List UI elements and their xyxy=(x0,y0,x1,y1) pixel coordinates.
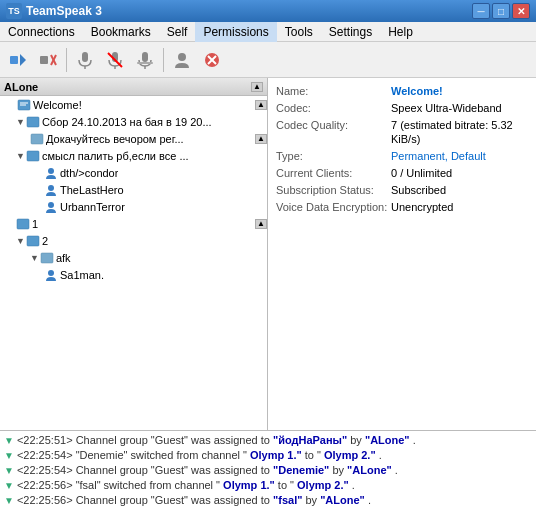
app-icon: TS xyxy=(6,3,22,19)
tree-label: Докачуйтесь вечором рег... xyxy=(46,133,184,145)
info-label-clients: Current Clients: xyxy=(276,166,391,180)
tree-label: TheLastHero xyxy=(60,184,124,196)
tree-label: смысл палить рб,если все ... xyxy=(42,150,189,162)
log-highlight: Olymp 1." xyxy=(223,479,275,491)
user-icon xyxy=(44,183,58,197)
log-to: to " xyxy=(278,479,294,491)
info-label-codec-quality: Codec Quality: xyxy=(276,118,391,146)
toolbar-mic-btn[interactable] xyxy=(71,46,99,74)
log-by: by xyxy=(305,494,320,506)
log-by-value: "ALone" xyxy=(320,494,365,506)
log-end: . xyxy=(368,494,371,506)
menu-help[interactable]: Help xyxy=(380,22,421,42)
menu-tools[interactable]: Tools xyxy=(277,22,321,42)
toolbar-mute-btn[interactable] xyxy=(101,46,129,74)
channel-arrow2[interactable]: ▲ xyxy=(255,134,267,144)
tree-item-channel5[interactable]: ▼ afk xyxy=(0,249,267,266)
log-area[interactable]: ▼ <22:25:51> Channel group "Guest" was a… xyxy=(0,430,536,506)
info-label-encryption: Voice Data Encryption: xyxy=(276,200,391,214)
channel-icon xyxy=(26,115,40,129)
log-highlight: "Denemie" xyxy=(273,464,329,476)
info-value-type: Permanent, Default xyxy=(391,149,528,163)
collapse-icon: ▼ xyxy=(16,117,25,127)
menu-bookmarks[interactable]: Bookmarks xyxy=(83,22,159,42)
log-end: . xyxy=(352,479,355,491)
info-row-codec: Codec: Speex Ultra-Wideband xyxy=(276,101,528,115)
log-highlight: "йодНаРаны" xyxy=(273,434,347,446)
svg-rect-5 xyxy=(82,52,88,62)
close-button[interactable]: ✕ xyxy=(512,3,530,19)
tree-label: Сбор 24.10.2013 на бая в 19 20... xyxy=(42,116,212,128)
log-text-1: <22:25:51> Channel group "Guest" was ass… xyxy=(17,433,416,448)
log-end: . xyxy=(379,449,382,461)
channel-arrow[interactable]: ▲ xyxy=(255,100,267,110)
toolbar-settings-btn[interactable] xyxy=(131,46,159,74)
log-text-4: <22:25:56> "fsal" switched from channel … xyxy=(17,478,355,493)
svg-rect-27 xyxy=(27,236,39,246)
info-row-subscription: Subscription Status: Subscribed xyxy=(276,183,528,197)
info-panel: Name: Welcome! Codec: Speex Ultra-Wideba… xyxy=(268,78,536,430)
menu-bar: Connections Bookmarks Self Permissions T… xyxy=(0,22,536,42)
menu-settings[interactable]: Settings xyxy=(321,22,380,42)
tree-item-user3[interactable]: UrbannTerror xyxy=(0,198,267,215)
svg-point-24 xyxy=(48,185,54,191)
menu-permissions[interactable]: Permissions xyxy=(195,22,276,42)
log-entry-2: ▼ <22:25:54> "Denemie" switched from cha… xyxy=(4,448,532,463)
log-entry-1: ▼ <22:25:51> Channel group "Guest" was a… xyxy=(4,433,532,448)
tree-label: UrbannTerror xyxy=(60,201,125,213)
info-row-clients: Current Clients: 0 / Unlimited xyxy=(276,166,528,180)
toolbar-action-btn[interactable] xyxy=(198,46,226,74)
app-title: TeamSpeak 3 xyxy=(26,4,102,18)
log-arrow-icon: ▼ xyxy=(4,433,14,448)
menu-connections[interactable]: Connections xyxy=(0,22,83,42)
toolbar-disconnect-btn[interactable] xyxy=(34,46,62,74)
tree-item-welcome[interactable]: Welcome! ▲ xyxy=(0,96,267,113)
svg-point-13 xyxy=(178,53,186,61)
channel-arrow3[interactable]: ▲ xyxy=(255,219,267,229)
svg-rect-26 xyxy=(17,219,29,229)
channel-icon xyxy=(26,234,40,248)
collapse-icon: ▼ xyxy=(30,253,39,263)
main-area: ALone ▲ Welcome! ▲ ▼ Сбор 24.10.2013 на … xyxy=(0,78,536,430)
tree-item-channel4[interactable]: ▼ 2 xyxy=(0,232,267,249)
log-msg: "fsal" switched from channel " xyxy=(76,479,220,491)
tree-item-user1[interactable]: dth/>condor xyxy=(0,164,267,181)
log-end: . xyxy=(413,434,416,446)
tree-label: Sa1man. xyxy=(60,269,104,281)
log-text-3: <22:25:54> Channel group "Guest" was ass… xyxy=(17,463,398,478)
tree-label: 1 xyxy=(32,218,38,230)
log-highlight: "fsal" xyxy=(273,494,302,506)
tree-item-channel1[interactable]: ▼ Сбор 24.10.2013 на бая в 19 20... xyxy=(0,113,267,130)
toolbar-avatar-btn[interactable] xyxy=(168,46,196,74)
window-controls: ─ □ ✕ xyxy=(472,3,530,19)
user-icon xyxy=(44,166,58,180)
toolbar-connect-btn[interactable] xyxy=(4,46,32,74)
info-label-codec: Codec: xyxy=(276,101,391,115)
tree-panel: ALone ▲ Welcome! ▲ ▼ Сбор 24.10.2013 на … xyxy=(0,78,268,430)
svg-point-29 xyxy=(48,270,54,276)
tree-scroll-up[interactable]: ▲ xyxy=(251,82,263,92)
maximize-button[interactable]: □ xyxy=(492,3,510,19)
svg-rect-0 xyxy=(10,56,18,64)
log-text-2: <22:25:54> "Denemie" switched from chann… xyxy=(17,448,382,463)
tree-item-user4[interactable]: Sa1man. xyxy=(0,266,267,283)
minimize-button[interactable]: ─ xyxy=(472,3,490,19)
tree-item-channel3[interactable]: 1 ▲ xyxy=(0,215,267,232)
log-msg: Channel group "Guest" was assigned to xyxy=(76,434,273,446)
tree-label: Welcome! xyxy=(33,99,82,111)
svg-rect-12 xyxy=(137,62,153,64)
log-highlight: Olymp 1." xyxy=(250,449,302,461)
log-by: by xyxy=(350,434,365,446)
log-msg: Channel group "Guest" was assigned to xyxy=(76,494,273,506)
info-label-type: Type: xyxy=(276,149,391,163)
tree-item-channel2[interactable]: ▼ смысл палить рб,если все ... xyxy=(0,147,267,164)
log-entry-3: ▼ <22:25:54> Channel group "Guest" was a… xyxy=(4,463,532,478)
tree-scroll[interactable]: Welcome! ▲ ▼ Сбор 24.10.2013 на бая в 19… xyxy=(0,96,267,430)
tree-item-user2[interactable]: TheLastHero xyxy=(0,181,267,198)
user-icon xyxy=(44,268,58,282)
log-by-value: "ALone" xyxy=(347,464,392,476)
menu-self[interactable]: Self xyxy=(159,22,196,42)
info-value-encryption: Unencrypted xyxy=(391,200,528,214)
tree-item-subchannel1[interactable]: Докачуйтесь вечором рег... ▲ xyxy=(0,130,267,147)
tree-label: dth/>condor xyxy=(60,167,118,179)
